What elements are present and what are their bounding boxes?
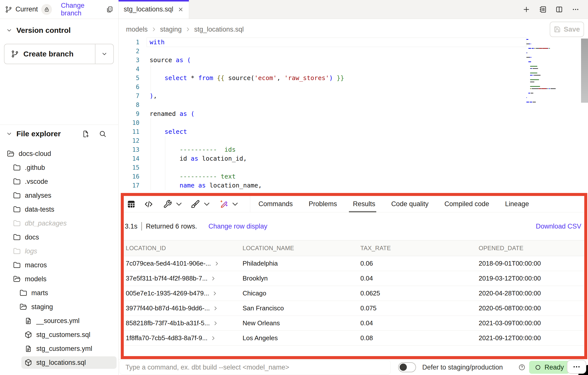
panel-tab-problems[interactable]: Problems	[309, 196, 337, 212]
file-item-stg-locations-sql[interactable]: stg_locations.sql	[21, 356, 117, 369]
save-button[interactable]: Save	[550, 22, 584, 37]
table-row[interactable]: 1f8ffa70-7cb5-4d83-8a7f-9...Los Angeles0…	[124, 331, 584, 346]
ai-assist-button[interactable]	[219, 200, 240, 209]
folder-icon	[20, 289, 27, 297]
breadcrumb-staging[interactable]: staging	[160, 26, 182, 33]
code-line-10	[150, 118, 344, 127]
file-item-models[interactable]: models	[10, 273, 117, 285]
folder-icon	[13, 247, 21, 255]
table-row[interactable]: 37e5f311-b7f4-4f2f-988b-7...Brooklyn0.04…	[124, 271, 584, 286]
file-item-stg-customers-yml[interactable]: stg_customers.yml	[21, 342, 117, 355]
file-item-staging[interactable]: staging	[16, 301, 117, 313]
table-row[interactable]: 858218fb-73f7-4b1b-a31f-5...New Orleans0…	[124, 316, 584, 331]
file-item-analyses[interactable]: analyses	[10, 189, 117, 202]
panel-tab-commands[interactable]: Commands	[258, 196, 293, 212]
folder-icon	[13, 220, 21, 227]
ellipsis-icon	[572, 362, 581, 371]
panel-tab-lineage[interactable]: Lineage	[505, 196, 529, 212]
table-view-button[interactable]	[127, 200, 136, 209]
help-icon[interactable]	[518, 364, 526, 371]
search-icon[interactable]	[99, 130, 107, 138]
sidebar: Current Change branch Version control Cr…	[0, 0, 119, 375]
query-elapsed: 3.1s	[125, 223, 137, 230]
more-options-icon[interactable]	[572, 5, 580, 13]
table-cell: San Francisco	[241, 304, 358, 312]
code-line-8	[150, 100, 344, 109]
code-line-15	[150, 163, 344, 172]
column-header-location-name: LOCATION_NAME	[241, 245, 358, 252]
create-branch-dropdown[interactable]	[95, 51, 113, 57]
file-item-vscode[interactable]: .vscode	[10, 175, 117, 188]
change-row-display-link[interactable]: Change row display	[209, 223, 267, 230]
table-row[interactable]: 7c079cea-5ed4-4101-906e-...Philadelphia0…	[124, 256, 584, 271]
create-branch-button[interactable]: Create branch	[4, 44, 114, 64]
code-content[interactable]: with source as ( select * from {{ source…	[150, 38, 344, 190]
tab-stg-locations-sql[interactable]: stg_locations.sql	[119, 0, 189, 19]
file-item-data-tests[interactable]: data-tests	[10, 203, 117, 216]
format-button[interactable]	[191, 200, 211, 209]
file-item-github[interactable]: .github	[10, 161, 117, 174]
copy-icon[interactable]	[106, 5, 113, 13]
tab-title: stg_locations.sql	[124, 5, 173, 13]
build-button[interactable]	[163, 200, 183, 209]
file-item-macros[interactable]: macros	[10, 259, 117, 271]
table-row[interactable]: 005e7e1c-1935-4269-b479...Chicago0.06252…	[124, 286, 584, 301]
branch-readonly-badge	[41, 4, 52, 15]
file-item-dbt-packages[interactable]: dbt_packages	[10, 217, 117, 230]
expand-cell-icon[interactable]	[213, 321, 218, 326]
broom-icon	[191, 200, 200, 209]
editor-scrollbar[interactable]	[581, 39, 588, 103]
download-csv-link[interactable]: Download CSV	[536, 223, 581, 230]
cube-icon	[25, 331, 32, 338]
folder-icon	[13, 178, 21, 185]
file-explorer-header[interactable]: File explorer	[0, 126, 119, 141]
file-item-docs[interactable]: docs	[10, 231, 117, 243]
file-item-label: macros	[25, 261, 47, 269]
panel-tab-code-quality[interactable]: Code quality	[391, 196, 428, 212]
expand-cell-icon[interactable]	[213, 306, 218, 311]
file-item-sources-yml[interactable]: __sources.yml	[21, 315, 117, 327]
chevron-right-icon	[151, 27, 157, 32]
breadcrumb-models[interactable]: models	[126, 26, 148, 33]
status-badge-ready[interactable]: Ready	[529, 361, 569, 374]
file-item-label: models	[25, 275, 46, 283]
change-branch-link[interactable]: Change branch	[61, 2, 106, 17]
wrench-icon	[163, 200, 172, 209]
command-input[interactable]: Type a command, ex. dbt build --select <…	[119, 360, 391, 375]
file-item-docs-cloud[interactable]: docs-cloud	[4, 147, 117, 160]
expand-cell-icon[interactable]	[212, 291, 217, 296]
query-status-row: 3.1s Returned 6 rows. Change row display…	[124, 212, 584, 240]
version-control-title: Version control	[16, 26, 71, 35]
expand-cell-icon[interactable]	[210, 335, 216, 341]
minimap[interactable]	[526, 38, 559, 103]
chevron-down-icon	[101, 51, 108, 57]
more-actions-button[interactable]	[567, 360, 586, 374]
table-cell: 2019-03-12T00:00:00	[477, 275, 584, 282]
breadcrumb-stg-locations-sql[interactable]: stg_locations.sql	[194, 26, 244, 33]
file-tree: docs-cloud.github.vscodeanalysesdata-tes…	[0, 147, 117, 370]
folder-open-icon	[13, 275, 21, 283]
file-item-logs[interactable]: logs	[10, 245, 117, 257]
toolbar-divider	[250, 196, 250, 212]
notebook-icon[interactable]	[539, 5, 547, 13]
defer-toggle[interactable]	[398, 362, 416, 372]
expand-cell-icon[interactable]	[214, 261, 219, 266]
git-branch-icon	[11, 50, 19, 58]
expand-cell-icon[interactable]	[210, 276, 216, 281]
folder-icon	[13, 261, 21, 269]
status-ring-icon	[535, 364, 541, 371]
file-item-marts[interactable]: marts	[16, 287, 117, 299]
table-row[interactable]: 3977f440-b87d-461b-9dd6-...San Francisco…	[124, 301, 584, 316]
folder-icon	[13, 164, 21, 171]
close-icon[interactable]	[178, 6, 184, 12]
new-file-icon[interactable]	[82, 130, 90, 138]
code-view-button[interactable]	[144, 200, 153, 209]
new-tab-icon[interactable]	[522, 5, 530, 13]
panel-tab-compiled-code[interactable]: Compiled code	[444, 196, 489, 212]
code-editor[interactable]: 1234567891011121314151617 with source as…	[119, 40, 588, 193]
code-line-5: select * from {{ source('ecom', 'raw_sto…	[150, 74, 344, 83]
split-editor-icon[interactable]	[555, 5, 563, 13]
panel-tab-results[interactable]: Results	[353, 196, 375, 212]
version-control-header[interactable]: Version control	[0, 23, 118, 38]
file-item-stg-customers-sql[interactable]: stg_customers.sql	[21, 328, 117, 341]
